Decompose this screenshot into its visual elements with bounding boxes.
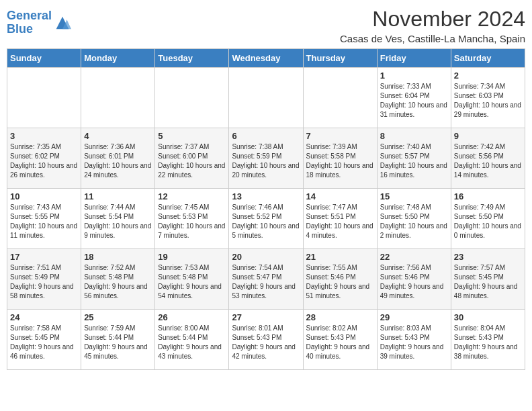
calendar-cell (303, 68, 377, 128)
weekday-header-saturday: Saturday (451, 49, 525, 68)
day-info: Sunrise: 7:57 AM Sunset: 5:45 PM Dayligh… (454, 263, 522, 301)
day-info: Sunrise: 7:43 AM Sunset: 5:55 PM Dayligh… (10, 203, 78, 240)
calendar-cell: 9Sunrise: 7:42 AM Sunset: 5:56 PM Daylig… (451, 128, 525, 189)
day-info: Sunrise: 7:46 AM Sunset: 5:52 PM Dayligh… (232, 203, 300, 240)
day-info: Sunrise: 7:52 AM Sunset: 5:48 PM Dayligh… (84, 263, 152, 301)
day-number: 7 (306, 131, 374, 141)
calendar-header-row: SundayMondayTuesdayWednesdayThursdayFrid… (7, 49, 525, 68)
calendar-cell: 14Sunrise: 7:47 AM Sunset: 5:51 PM Dayli… (303, 189, 377, 249)
calendar-cell: 4Sunrise: 7:36 AM Sunset: 6:01 PM Daylig… (81, 128, 155, 189)
calendar-cell: 12Sunrise: 7:45 AM Sunset: 5:53 PM Dayli… (155, 189, 229, 249)
day-number: 19 (158, 252, 226, 262)
calendar-cell: 22Sunrise: 7:56 AM Sunset: 5:46 PM Dayli… (377, 249, 451, 310)
day-info: Sunrise: 8:00 AM Sunset: 5:44 PM Dayligh… (158, 324, 226, 361)
logo-icon (53, 13, 72, 32)
day-number: 15 (380, 191, 448, 201)
calendar-cell: 20Sunrise: 7:54 AM Sunset: 5:47 PM Dayli… (229, 249, 303, 310)
day-number: 16 (454, 191, 522, 201)
day-number: 21 (306, 252, 374, 262)
day-number: 30 (454, 312, 522, 322)
calendar-week-2: 3Sunrise: 7:35 AM Sunset: 6:02 PM Daylig… (7, 128, 525, 189)
day-number: 27 (232, 312, 300, 322)
calendar-cell: 30Sunrise: 8:04 AM Sunset: 5:43 PM Dayli… (451, 310, 525, 370)
day-number: 28 (306, 312, 374, 322)
day-number: 20 (232, 252, 300, 262)
day-info: Sunrise: 7:42 AM Sunset: 5:56 PM Dayligh… (454, 142, 522, 180)
calendar-cell: 1Sunrise: 7:33 AM Sunset: 6:04 PM Daylig… (377, 68, 451, 128)
calendar-cell: 19Sunrise: 7:53 AM Sunset: 5:48 PM Dayli… (155, 249, 229, 310)
calendar-week-4: 17Sunrise: 7:51 AM Sunset: 5:49 PM Dayli… (7, 249, 525, 310)
day-info: Sunrise: 7:40 AM Sunset: 5:57 PM Dayligh… (380, 142, 448, 180)
calendar-cell: 10Sunrise: 7:43 AM Sunset: 5:55 PM Dayli… (7, 189, 81, 249)
weekday-header-wednesday: Wednesday (229, 49, 303, 68)
calendar-cell: 23Sunrise: 7:57 AM Sunset: 5:45 PM Dayli… (451, 249, 525, 310)
calendar-cell: 6Sunrise: 7:38 AM Sunset: 5:59 PM Daylig… (229, 128, 303, 189)
day-number: 22 (380, 252, 448, 262)
calendar-cell (81, 68, 155, 128)
location: Casas de Ves, Castille-La Mancha, Spain (340, 33, 525, 44)
calendar-cell: 17Sunrise: 7:51 AM Sunset: 5:49 PM Dayli… (7, 249, 81, 310)
day-info: Sunrise: 8:04 AM Sunset: 5:43 PM Dayligh… (454, 324, 522, 361)
day-number: 29 (380, 312, 448, 322)
day-number: 26 (158, 312, 226, 322)
calendar-cell (229, 68, 303, 128)
day-number: 6 (232, 131, 300, 141)
page-header: General Blue November 2024 Casas de Ves,… (7, 7, 525, 44)
calendar-cell: 29Sunrise: 8:03 AM Sunset: 5:43 PM Dayli… (377, 310, 451, 370)
logo-line2: Blue (7, 23, 52, 36)
day-info: Sunrise: 7:33 AM Sunset: 6:04 PM Dayligh… (380, 82, 448, 120)
calendar-cell: 15Sunrise: 7:48 AM Sunset: 5:50 PM Dayli… (377, 189, 451, 249)
day-number: 5 (158, 131, 226, 141)
calendar-week-5: 24Sunrise: 7:58 AM Sunset: 5:45 PM Dayli… (7, 310, 525, 370)
calendar-cell: 8Sunrise: 7:40 AM Sunset: 5:57 PM Daylig… (377, 128, 451, 189)
day-info: Sunrise: 7:55 AM Sunset: 5:46 PM Dayligh… (306, 263, 374, 301)
calendar-cell: 2Sunrise: 7:34 AM Sunset: 6:03 PM Daylig… (451, 68, 525, 128)
calendar-cell: 24Sunrise: 7:58 AM Sunset: 5:45 PM Dayli… (7, 310, 81, 370)
weekday-header-tuesday: Tuesday (155, 49, 229, 68)
calendar-cell: 18Sunrise: 7:52 AM Sunset: 5:48 PM Dayli… (81, 249, 155, 310)
calendar-cell (7, 68, 81, 128)
day-info: Sunrise: 7:54 AM Sunset: 5:47 PM Dayligh… (232, 263, 300, 301)
day-number: 12 (158, 191, 226, 201)
calendar-cell: 25Sunrise: 7:59 AM Sunset: 5:44 PM Dayli… (81, 310, 155, 370)
calendar-table: SundayMondayTuesdayWednesdayThursdayFrid… (7, 48, 525, 370)
day-info: Sunrise: 8:03 AM Sunset: 5:43 PM Dayligh… (380, 324, 448, 361)
day-info: Sunrise: 7:44 AM Sunset: 5:54 PM Dayligh… (84, 203, 152, 240)
day-info: Sunrise: 7:37 AM Sunset: 6:00 PM Dayligh… (158, 142, 226, 180)
weekday-header-monday: Monday (81, 49, 155, 68)
day-number: 18 (84, 252, 152, 262)
day-number: 23 (454, 252, 522, 262)
day-info: Sunrise: 7:39 AM Sunset: 5:58 PM Dayligh… (306, 142, 374, 180)
day-number: 1 (380, 71, 448, 81)
day-number: 8 (380, 131, 448, 141)
title-block: November 2024 Casas de Ves, Castille-La … (340, 7, 525, 44)
weekday-header-thursday: Thursday (303, 49, 377, 68)
calendar-cell: 7Sunrise: 7:39 AM Sunset: 5:58 PM Daylig… (303, 128, 377, 189)
day-number: 17 (10, 252, 78, 262)
logo-line1: General (7, 9, 52, 23)
day-number: 25 (84, 312, 152, 322)
calendar-cell: 11Sunrise: 7:44 AM Sunset: 5:54 PM Dayli… (81, 189, 155, 249)
weekday-header-friday: Friday (377, 49, 451, 68)
day-number: 9 (454, 131, 522, 141)
calendar-cell (155, 68, 229, 128)
day-number: 2 (454, 71, 522, 81)
day-info: Sunrise: 7:47 AM Sunset: 5:51 PM Dayligh… (306, 203, 374, 240)
day-number: 14 (306, 191, 374, 201)
logo: General Blue (7, 9, 72, 36)
day-number: 3 (10, 131, 78, 141)
day-number: 10 (10, 191, 78, 201)
weekday-header-sunday: Sunday (7, 49, 81, 68)
calendar-cell: 13Sunrise: 7:46 AM Sunset: 5:52 PM Dayli… (229, 189, 303, 249)
calendar-cell: 3Sunrise: 7:35 AM Sunset: 6:02 PM Daylig… (7, 128, 81, 189)
calendar-cell: 27Sunrise: 8:01 AM Sunset: 5:43 PM Dayli… (229, 310, 303, 370)
day-info: Sunrise: 7:48 AM Sunset: 5:50 PM Dayligh… (380, 203, 448, 240)
calendar-cell: 26Sunrise: 8:00 AM Sunset: 5:44 PM Dayli… (155, 310, 229, 370)
day-info: Sunrise: 7:45 AM Sunset: 5:53 PM Dayligh… (158, 203, 226, 240)
day-info: Sunrise: 7:34 AM Sunset: 6:03 PM Dayligh… (454, 82, 522, 120)
day-info: Sunrise: 7:59 AM Sunset: 5:44 PM Dayligh… (84, 324, 152, 361)
day-info: Sunrise: 8:01 AM Sunset: 5:43 PM Dayligh… (232, 324, 300, 361)
day-number: 24 (10, 312, 78, 322)
month-title: November 2024 (340, 7, 525, 32)
day-info: Sunrise: 8:02 AM Sunset: 5:43 PM Dayligh… (306, 324, 374, 361)
